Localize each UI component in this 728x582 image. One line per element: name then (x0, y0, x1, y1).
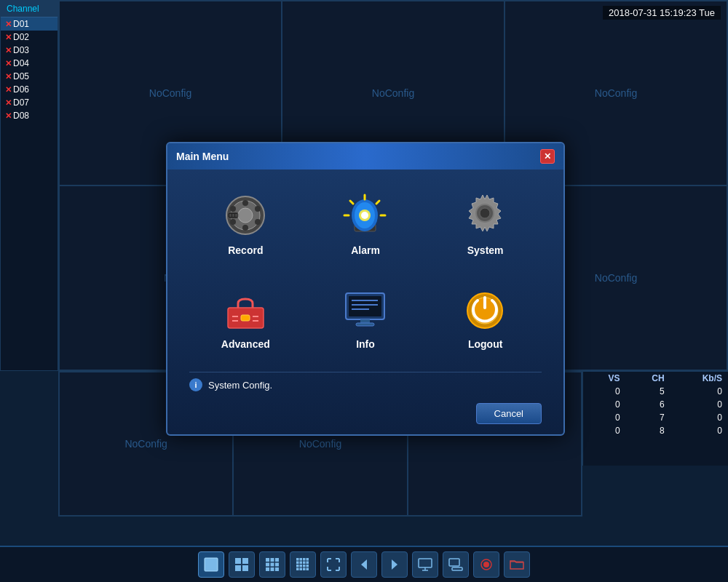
svg-point-43 (242, 225, 248, 231)
svg-rect-50 (232, 214, 234, 217)
nine-view-button[interactable] (259, 551, 285, 578)
svg-rect-13 (275, 567, 279, 571)
status-table-area: VS CH Kb/S 0 5 0 0 6 0 0 7 0 0 (582, 371, 728, 466)
svg-rect-17 (306, 558, 309, 561)
svg-point-63 (480, 208, 490, 218)
table-row: 0 5 0 (583, 385, 728, 398)
ch-val: 5 (626, 385, 670, 398)
svg-rect-76 (356, 323, 374, 326)
svg-rect-8 (266, 563, 269, 567)
svg-rect-20 (303, 562, 306, 565)
cell-label: NoConfig (595, 272, 637, 284)
alarm-menu-item[interactable]: Alarm (309, 184, 422, 263)
alarm-label: Alarm (351, 244, 380, 256)
menu-grid: Record (189, 184, 542, 357)
record-label: Record (228, 244, 263, 256)
svg-rect-24 (303, 565, 306, 567)
channel-label: D04 (13, 58, 29, 68)
channel-label: D03 (13, 45, 29, 55)
svg-point-44 (230, 206, 236, 212)
channel-item-d05[interactable]: ✕ D05 (1, 70, 58, 83)
sixteen-view-button[interactable] (290, 551, 316, 578)
channel-item-d03[interactable]: ✕ D03 (1, 44, 58, 57)
display-button[interactable] (443, 551, 469, 578)
cell-label: NoConfig (595, 87, 637, 99)
channel-item-d07[interactable]: ✕ D07 (1, 96, 58, 109)
prev-button[interactable] (351, 551, 377, 578)
channel-error-icon: ✕ (5, 33, 12, 42)
cancel-button[interactable]: Cancel (476, 403, 542, 424)
cell-label: NoConfig (124, 438, 167, 450)
vs-val: 0 (583, 424, 626, 437)
channel-item-d08[interactable]: ✕ D08 (1, 109, 58, 122)
info-label: Info (356, 338, 375, 350)
info-menu-item[interactable]: Info (309, 278, 422, 357)
svg-rect-4 (242, 565, 248, 571)
dialog-body: Record (167, 170, 563, 434)
svg-rect-49 (229, 214, 232, 217)
taskbar (0, 546, 728, 582)
svg-rect-19 (300, 562, 303, 565)
svg-point-46 (230, 219, 236, 225)
system-icon (460, 191, 511, 239)
table-row: 0 6 0 (583, 398, 728, 411)
svg-point-42 (242, 200, 248, 206)
single-view-button[interactable] (198, 551, 224, 578)
vs-val: 0 (583, 385, 626, 398)
channel-item-d02[interactable]: ✕ D02 (1, 31, 58, 44)
advanced-menu-item[interactable]: Advanced (189, 278, 302, 357)
svg-rect-7 (275, 558, 279, 562)
channel-label: D01 (13, 19, 29, 29)
svg-marker-31 (392, 559, 397, 570)
monitor-button[interactable] (412, 551, 438, 578)
record-button[interactable] (473, 551, 499, 578)
svg-rect-2 (242, 558, 248, 564)
quad-view-button[interactable] (229, 551, 255, 578)
dialog-status: i System Config. (189, 372, 542, 397)
system-menu-item[interactable]: System (429, 184, 542, 263)
svg-point-61 (361, 212, 368, 219)
svg-rect-28 (303, 568, 306, 571)
status-col-kbs: Kb/S (670, 372, 728, 385)
channel-header: Channel (1, 1, 58, 17)
channel-sidebar: Channel ✕ D01 ✕ D02 ✕ D03 ✕ D04 ✕ D05 ✕ … (0, 0, 58, 371)
svg-point-41 (238, 208, 253, 223)
dialog-close-button[interactable]: ✕ (540, 149, 555, 164)
svg-rect-21 (306, 562, 309, 565)
record-icon (220, 191, 271, 239)
svg-rect-71 (349, 296, 381, 316)
channel-item-d01[interactable]: ✕ D01 (1, 17, 58, 31)
svg-rect-26 (296, 568, 299, 571)
channel-error-icon: ✕ (5, 20, 12, 29)
svg-point-47 (255, 219, 261, 225)
next-button[interactable] (381, 551, 408, 578)
svg-rect-32 (419, 559, 432, 567)
svg-rect-9 (271, 563, 274, 567)
svg-point-45 (255, 206, 261, 212)
channel-item-d06[interactable]: ✕ D06 (1, 83, 58, 96)
fullscreen-button[interactable] (320, 551, 347, 578)
vs-val: 0 (583, 411, 626, 424)
status-text: System Config. (208, 380, 272, 391)
dialog-titlebar: Main Menu ✕ (167, 143, 563, 170)
svg-rect-10 (275, 563, 279, 567)
record-menu-item[interactable]: Record (189, 184, 302, 263)
dialog-title: Main Menu (176, 151, 229, 162)
svg-line-57 (350, 201, 353, 204)
svg-rect-25 (306, 565, 309, 567)
logout-menu-item[interactable]: Logout (429, 278, 542, 357)
kbs-val: 0 (670, 411, 728, 424)
ch-val: 6 (626, 398, 670, 411)
svg-rect-65 (241, 315, 250, 321)
svg-rect-5 (266, 558, 269, 562)
status-table: VS CH Kb/S 0 5 0 0 6 0 0 7 0 0 (583, 372, 728, 437)
svg-marker-30 (361, 559, 367, 570)
advanced-label: Advanced (221, 338, 270, 350)
kbs-val: 0 (670, 385, 728, 398)
channel-item-d04[interactable]: ✕ D04 (1, 57, 58, 70)
svg-rect-29 (306, 568, 309, 571)
folder-button[interactable] (504, 551, 530, 578)
channel-error-icon: ✕ (5, 59, 12, 68)
channel-label: D08 (13, 111, 29, 121)
channel-error-icon: ✕ (5, 85, 12, 95)
